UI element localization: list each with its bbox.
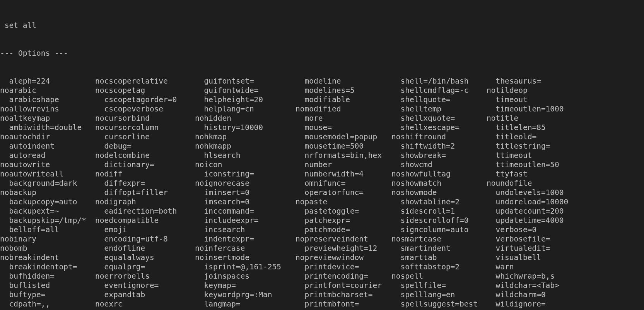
option-row: nobinary encoding=utf-8 indentexpr=nopre… <box>0 235 644 244</box>
option-entry: pastetoggle= <box>296 207 391 216</box>
option-entry: expandtab <box>95 290 195 300</box>
option-entry: printmbfont= <box>296 300 391 309</box>
option-entry: mousemodel=popup <box>296 132 391 142</box>
option-row: aleph=224nocscoperelative guifontset= mo… <box>0 77 644 86</box>
option-entry: background=dark <box>0 179 95 188</box>
option-row: noaltkeymapnocursorbindnohidden more she… <box>0 114 644 123</box>
option-entry: nomodified <box>296 104 391 114</box>
option-row: backupext=~ eadirection=both inccommand=… <box>0 207 644 216</box>
option-entry: helplang=cn <box>195 104 296 114</box>
option-entry: showcmd <box>391 160 487 170</box>
option-entry: shell=/bin/bash <box>391 77 487 86</box>
option-entry: aleph=224 <box>0 77 95 86</box>
option-entry: spellsuggest=best <box>391 300 487 309</box>
option-entry: backupext=~ <box>0 207 95 216</box>
option-entry: noicon <box>195 160 296 170</box>
option-entry: noautowrite <box>0 160 95 170</box>
option-row: autoreadnodelcombine hlsearch nrformats=… <box>0 151 644 160</box>
option-row: noallowrevins cscopeverbose helplang=cnn… <box>0 104 644 114</box>
option-entry: indentexpr= <box>195 235 296 244</box>
option-entry: nodelcombine <box>95 151 195 160</box>
option-entry: smarttab <box>391 253 487 262</box>
option-entry: bufhidden= <box>0 272 95 281</box>
option-row: cdpath=,,noexrc langmap= printmbfont= sp… <box>0 300 644 309</box>
option-entry: inccommand= <box>195 207 296 216</box>
option-row: backupskip=/tmp/*noedcompatible includee… <box>0 216 644 225</box>
option-entry: undoreload=10000 <box>487 197 591 207</box>
option-entry: noshowmode <box>391 188 487 197</box>
option-entry: verbose=0 <box>487 225 591 235</box>
option-entry: virtualedit= <box>487 244 591 253</box>
option-entry: shellquote= <box>391 95 487 104</box>
option-entry: verbosefile= <box>487 235 591 244</box>
option-entry: noaltkeymap <box>0 114 95 123</box>
option-entry: noinsertmode <box>195 253 296 262</box>
option-row: backupcopy=autonodigraph imsearch=0nopas… <box>0 197 644 207</box>
option-entry: ttimeout <box>487 151 591 160</box>
option-entry: cursorline <box>95 132 195 142</box>
option-entry: noundofile <box>487 179 591 188</box>
terminal-screen[interactable]: set all --- Options --- aleph=224nocscop… <box>0 0 644 310</box>
option-entry: notildeop <box>487 86 591 95</box>
option-entry: wildchar=<Tab> <box>487 281 591 290</box>
option-entry: iconstring= <box>195 170 296 179</box>
option-entry: noexrc <box>95 300 195 309</box>
option-entry: mouse= <box>296 123 391 132</box>
option-entry: nohkmapp <box>195 142 296 151</box>
option-entry: noerrorbells <box>95 272 195 281</box>
option-entry: printfont=courier <box>296 281 391 290</box>
option-entry: noignorecase <box>195 179 296 188</box>
option-entry: backupcopy=auto <box>0 197 95 207</box>
option-entry: noarabic <box>0 86 95 95</box>
option-entry: nohidden <box>195 114 296 123</box>
option-entry: nohkmap <box>195 132 296 142</box>
option-entry: titleold= <box>487 132 591 142</box>
option-entry: buftype= <box>0 290 95 300</box>
option-entry: nodiff <box>95 170 195 179</box>
option-entry: imsearch=0 <box>195 197 296 207</box>
option-entry: nospell <box>391 272 487 281</box>
option-entry: encoding=utf-8 <box>95 235 195 244</box>
option-entry: modeline <box>296 77 391 86</box>
option-row: buflisted eventignore= keymap= printfont… <box>0 281 644 290</box>
option-row: belloff=all emoji incsearch patchmode= s… <box>0 225 644 235</box>
option-row: buftype= expandtab keywordprg=:Man print… <box>0 290 644 300</box>
option-entry: patchexpr= <box>296 216 391 225</box>
option-entry: includeexpr= <box>195 216 296 225</box>
command-line: set all <box>0 21 644 30</box>
option-entry: thesaurus= <box>487 77 591 86</box>
option-entry: nrformats=bin,hex <box>296 151 391 160</box>
option-entry: spelllang=en <box>391 290 487 300</box>
option-entry: ttyfast <box>487 170 591 179</box>
option-entry: nopaste <box>296 197 391 207</box>
option-entry: shelltemp <box>391 104 487 114</box>
option-entry: patchmode= <box>296 225 391 235</box>
option-entry: showtabline=2 <box>391 197 487 207</box>
option-entry: whichwrap=b,s <box>487 272 591 281</box>
option-row: noautowrite dictionary=noicon number sho… <box>0 160 644 170</box>
option-row: noautochdir cursorlinenohkmap mousemodel… <box>0 132 644 142</box>
option-entry: equalprg= <box>95 262 195 272</box>
option-entry: equalalways <box>95 253 195 262</box>
option-entry: keywordprg=:Man <box>195 290 296 300</box>
option-entry: noautochdir <box>0 132 95 142</box>
option-entry: isprint=@,161-255 <box>195 262 296 272</box>
options-grid: aleph=224nocscoperelative guifontset= mo… <box>0 77 644 310</box>
option-row: nobomb endoflinenoinfercase previewheigh… <box>0 244 644 253</box>
option-entry: nobinary <box>0 235 95 244</box>
option-entry: timeoutlen=1000 <box>487 104 591 114</box>
option-entry: nobreakindent <box>0 253 95 262</box>
option-entry: ambiwidth=double <box>0 123 95 132</box>
option-entry: printmbcharset= <box>296 290 391 300</box>
option-entry: joinspaces <box>195 272 296 281</box>
option-entry: guifontset= <box>195 77 296 86</box>
option-entry: noinfercase <box>195 244 296 253</box>
option-entry: noedcompatible <box>95 216 195 225</box>
option-entry: history=10000 <box>195 123 296 132</box>
option-row: arabicshape cscopetagorder=0 helpheight=… <box>0 95 644 104</box>
option-entry: nocscopetag <box>95 86 195 95</box>
option-entry: dictionary= <box>95 160 195 170</box>
option-entry: noshowfulltag <box>391 170 487 179</box>
option-entry: autoindent <box>0 142 95 151</box>
option-entry: mousetime=500 <box>296 142 391 151</box>
